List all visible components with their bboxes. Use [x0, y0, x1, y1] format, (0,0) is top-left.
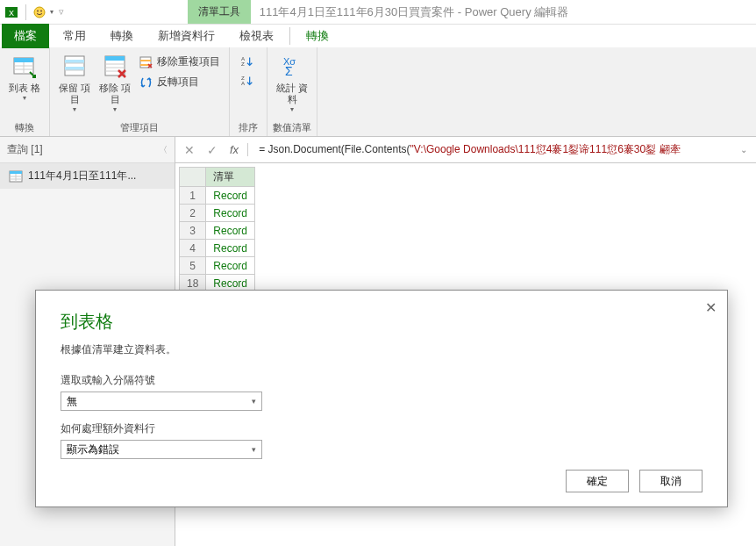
dropdown-arrow-icon: ▾ — [73, 105, 76, 113]
sort-desc-icon: ZA — [240, 74, 254, 88]
formula-expand-icon[interactable]: ⌄ — [733, 145, 751, 154]
formula-string: "V:\Google Downloads\111愆4褰1銐谛111愆6褰30銐 — [410, 143, 657, 155]
ribbon-group-sort: AZ ZA 排序 — [230, 47, 267, 136]
context-tab-list-tools[interactable]: 清單工具 — [188, 0, 251, 24]
sort-asc-button[interactable]: AZ — [239, 53, 256, 70]
delimiter-value: 無 — [67, 394, 77, 409]
tab-file[interactable]: 檔案 — [2, 24, 49, 48]
formula-input[interactable]: = Json.Document(File.Contents("V:\Google… — [253, 142, 728, 157]
reverse-items-button[interactable]: 反轉項目 — [136, 73, 224, 91]
remove-duplicates-icon — [139, 55, 153, 69]
dropdown-arrow-icon: ▾ — [290, 105, 294, 113]
svg-rect-10 — [65, 56, 84, 75]
cell[interactable]: Record — [206, 187, 255, 205]
keep-items-label: 保留 項目 — [55, 83, 94, 105]
remove-items-label: 移除 項目 — [96, 83, 134, 105]
close-icon[interactable]: ✕ — [705, 299, 717, 316]
tab-add-column[interactable]: 新增資料行 — [146, 24, 227, 48]
ribbon-group-transform: 到表 格 ▾ 轉換 — [0, 47, 50, 136]
svg-point-3 — [37, 10, 39, 11]
formula-bar: ✕ ✓ fx = Json.Document(File.Contents("V:… — [175, 137, 756, 163]
reverse-items-label: 反轉項目 — [157, 75, 199, 90]
fx-icon[interactable]: fx — [226, 143, 248, 156]
title-bar: X ▾ ▿ 清單工具 111年4月1日至111年6月30日買賣案件 - Powe… — [0, 0, 756, 25]
remove-items-button[interactable]: 移除 項目 ▾ — [96, 51, 134, 113]
extra-rows-select[interactable]: 顯示為錯誤 ▾ — [61, 440, 262, 459]
to-table-icon — [11, 53, 39, 81]
svg-text:Z: Z — [241, 61, 245, 67]
sort-asc-icon: AZ — [240, 54, 254, 68]
keep-items-icon — [61, 53, 89, 81]
queries-header: 查詢 [1] 〈 — [0, 137, 175, 163]
remove-items-icon — [101, 53, 129, 81]
svg-rect-6 — [14, 58, 33, 62]
group-label-numlist: 數值清單 — [273, 119, 311, 136]
cell[interactable]: Record — [206, 240, 255, 257]
tab-view[interactable]: 檢視表 — [227, 24, 286, 48]
delimiter-label: 選取或輸入分隔符號 — [61, 373, 703, 388]
sort-desc-button[interactable]: ZA — [239, 72, 256, 90]
cell[interactable]: Record — [206, 205, 255, 222]
ribbon-group-manage: 保留 項目 ▾ 移除 項目 ▾ 移除重複項目 — [50, 47, 230, 136]
svg-text:X: X — [9, 9, 14, 18]
svg-text:Σ: Σ — [285, 64, 293, 78]
ribbon-group-numlist: XσΣ 統計 資料 ▾ 數值清單 — [267, 47, 317, 136]
group-label-transform: 轉換 — [5, 119, 44, 136]
row-number[interactable]: 5 — [180, 257, 206, 275]
reverse-items-icon — [139, 75, 153, 90]
tab-home[interactable]: 常用 — [51, 24, 98, 48]
dropdown-arrow-icon: ▾ — [113, 105, 117, 113]
svg-rect-30 — [10, 171, 22, 174]
dialog-subtitle: 根據值清單建立資料表。 — [61, 342, 703, 357]
group-label-sort: 排序 — [239, 119, 258, 136]
to-table-dialog: ✕ 到表格 根據值清單建立資料表。 選取或輸入分隔符號 無 ▾ 如何處理額外資料… — [35, 290, 728, 507]
remove-duplicates-button[interactable]: 移除重複項目 — [136, 53, 224, 71]
row-number[interactable]: 4 — [180, 240, 206, 257]
svg-point-4 — [40, 10, 42, 11]
tab-transform[interactable]: 轉換 — [98, 24, 146, 48]
dialog-title: 到表格 — [61, 310, 703, 334]
statistics-button[interactable]: XσΣ 統計 資料 ▾ — [273, 51, 311, 113]
cell[interactable]: Record — [206, 222, 255, 240]
rownum-header[interactable] — [180, 168, 206, 187]
group-label-manage: 管理項目 — [55, 119, 224, 136]
svg-rect-21 — [140, 60, 151, 61]
tab-context-transform[interactable]: 轉換 — [294, 24, 341, 48]
row-number[interactable]: 2 — [180, 205, 206, 222]
ribbon-tabs: 檔案 常用 轉換 新增資料行 檢視表 轉換 — [0, 25, 756, 47]
row-number[interactable]: 3 — [180, 222, 206, 240]
dropdown-arrow-icon: ▾ — [23, 94, 26, 102]
ok-button[interactable]: 確定 — [566, 470, 629, 492]
statistics-label: 統計 資料 — [273, 83, 311, 105]
svg-rect-11 — [65, 60, 84, 63]
extra-rows-label: 如何處理額外資料行 — [61, 421, 703, 436]
formula-accept-icon[interactable]: ✓ — [203, 141, 221, 159]
qat-dropdown-icon[interactable]: ▾ — [50, 8, 53, 16]
smiley-icon[interactable] — [32, 5, 46, 19]
chevron-down-icon: ▾ — [252, 445, 256, 454]
table-icon — [9, 170, 23, 183]
svg-point-2 — [34, 7, 45, 18]
query-item-label: 111年4月1日至111年... — [28, 169, 166, 183]
window-title: 111年4月1日至111年6月30日買賣案件 - Power Query 編輯器 — [260, 4, 569, 20]
to-table-button[interactable]: 到表 格 ▾ — [5, 51, 44, 102]
to-table-label: 到表 格 — [9, 83, 40, 94]
svg-rect-16 — [105, 56, 125, 61]
keep-items-button[interactable]: 保留 項目 ▾ — [55, 51, 94, 113]
column-header[interactable]: 清單 — [206, 168, 255, 187]
formula-cancel-icon[interactable]: ✕ — [181, 141, 198, 159]
queries-header-label: 查詢 [1] — [7, 142, 43, 157]
delimiter-select[interactable]: 無 ▾ — [61, 392, 262, 411]
query-item[interactable]: 111年4月1日至111年... — [0, 163, 175, 189]
excel-icon: X — [4, 4, 19, 20]
collapse-icon[interactable]: 〈 — [159, 144, 168, 156]
row-number[interactable]: 1 — [180, 187, 206, 205]
statistics-icon: XσΣ — [278, 53, 306, 81]
formula-suffix: 翩牽 — [656, 143, 680, 155]
extra-rows-value: 顯示為錯誤 — [67, 442, 119, 457]
qat-overflow-icon[interactable]: ▿ — [59, 6, 64, 18]
cell[interactable]: Record — [206, 257, 255, 275]
formula-prefix: = Json.Document(File.Contents( — [259, 143, 410, 155]
cancel-button[interactable]: 取消 — [639, 470, 703, 492]
ribbon: 到表 格 ▾ 轉換 保留 項目 ▾ 移除 項目 ▾ — [0, 47, 756, 137]
